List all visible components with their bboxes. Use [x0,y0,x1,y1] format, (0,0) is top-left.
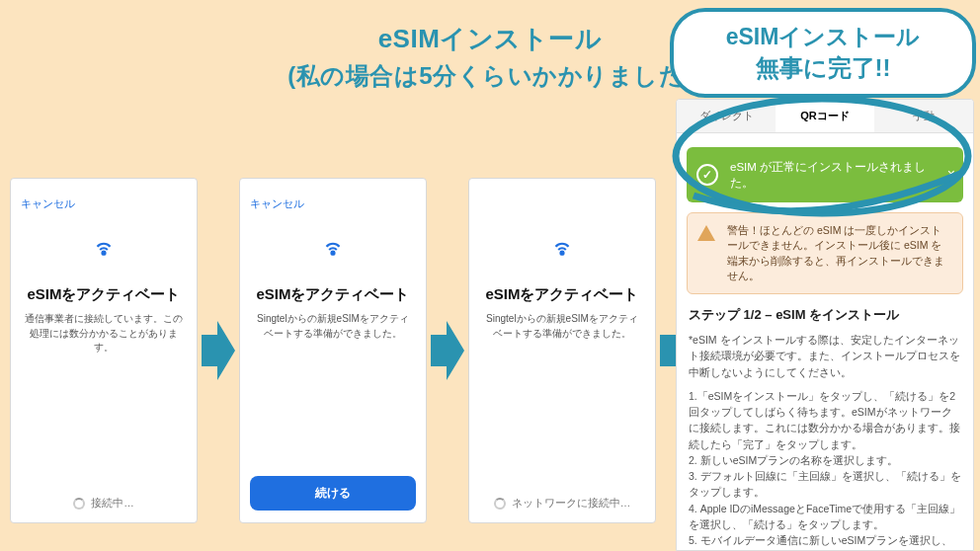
intro-paragraph: *eSIM をインストールする際は、安定したインターネット接続環境が必要です。ま… [689,332,961,380]
status-connecting: 接続中… [73,497,134,511]
spinner-icon [73,498,85,510]
callout-line2: 無事に完了!! [686,52,960,84]
phone-screen-1: キャンセル eSIMをアクティベート 通信事業者に接続しています。この処理には数… [10,178,198,523]
check-icon: ✓ [696,164,718,186]
success-banner: ✓ eSIM が正常にインストールされました。 × [687,147,963,202]
phone-desc: 通信事業者に接続しています。この処理には数分かかることがあります。 [21,312,187,355]
spinner-icon [494,498,506,510]
arrow-icon [431,321,464,380]
svg-point-2 [331,252,334,255]
phone-title: eSIMをアクティベート [27,285,180,304]
svg-point-0 [102,252,105,255]
tab-bar: ダイレクト QRコード 手動 [677,100,973,133]
success-text: eSIM が正常にインストールされました。 [730,161,926,189]
warning-banner: 警告！ほとんどの eSIM は一度しかインストールできません。インストール後に … [687,212,963,294]
step-heading: ステップ 1/2 – eSIM をインストール [689,306,961,324]
continue-button[interactable]: 続ける [250,476,416,511]
warning-text: 警告！ほとんどの eSIM は一度しかインストールできません。インストール後に … [727,224,944,281]
warning-icon [697,225,715,241]
callout-line1: eSIMインストール [686,22,960,52]
svg-point-4 [560,252,563,255]
tab-qrcode[interactable]: QRコード [776,100,874,132]
antenna-icon [320,238,346,268]
status-text: ネットワークに接続中… [512,497,631,511]
success-callout: eSIMインストール 無事に完了!! [670,8,976,98]
phone-sequence: キャンセル eSIMをアクティベート 通信事業者に接続しています。この処理には数… [10,178,697,523]
phone-desc: Singtelからの新規eSIMをアクティベートする準備ができました。 [250,312,416,341]
antenna-icon [91,238,117,268]
status-text: 接続中… [91,497,134,511]
app-panel: ダイレクト QRコード 手動 ✓ eSIM が正常にインストールされました。 ×… [676,99,974,551]
cancel-button[interactable]: キャンセル [21,197,75,211]
svg-marker-3 [431,321,464,380]
arrow-icon [202,321,235,380]
status-connecting-network: ネットワークに接続中… [494,497,631,511]
phone-screen-2: キャンセル eSIMをアクティベート Singtelからの新規eSIMをアクティ… [239,178,427,523]
phone-title: eSIMをアクティベート [256,285,409,304]
phone-title: eSIMをアクティベート [485,285,638,304]
phone-desc: Singtelからの新規eSIMをアクティベートする準備ができました。 [479,312,645,341]
close-icon[interactable]: × [947,165,955,185]
tab-direct[interactable]: ダイレクト [677,100,776,132]
cancel-button[interactable]: キャンセル [250,197,304,211]
steps-paragraph: 1.「eSIMをインストール」をタップし、「続ける」を2回タップしてしばらく待ち… [689,388,961,551]
svg-marker-1 [202,321,235,380]
antenna-icon [549,238,575,268]
phone-screen-3: eSIMをアクティベート Singtelからの新規eSIMをアクティベートする準… [468,178,656,523]
tab-manual[interactable]: 手動 [874,100,973,132]
